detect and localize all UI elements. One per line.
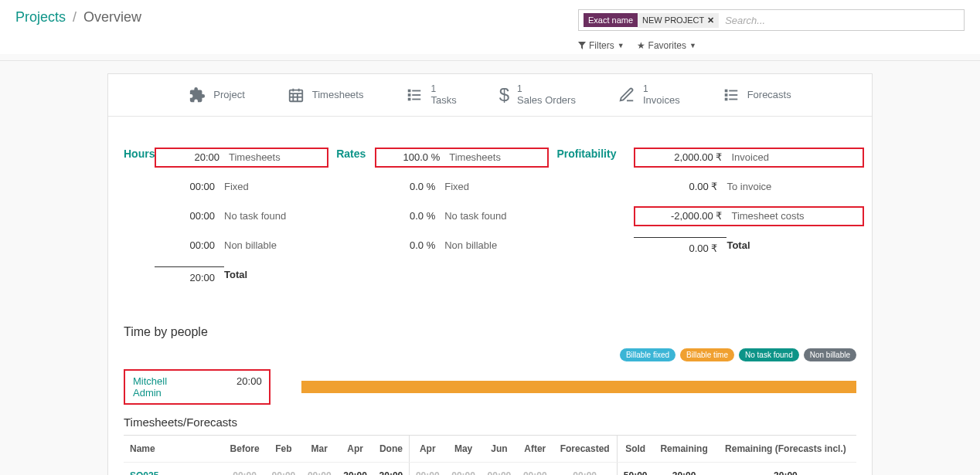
table-cell: 00:00: [517, 462, 553, 475]
table-cell: 00:00: [553, 462, 617, 475]
timesheets-table: NameBeforeFebMarAprDoneAprMayJunAfterFor…: [124, 435, 856, 475]
list-icon: [406, 87, 423, 103]
table-header: May: [445, 435, 481, 462]
search-filter-tag: Exact name NEW PROJECT ✕: [584, 13, 719, 28]
table-header: Done: [373, 435, 410, 462]
edit-icon: [618, 87, 635, 103]
table-cell: 00:00: [445, 462, 481, 475]
table-header: Apr: [410, 435, 446, 462]
breadcrumb-current: Overview: [83, 9, 141, 25]
time-by-people-title: Time by people: [108, 310, 872, 348]
profitability-title: Profitability: [556, 148, 634, 256]
svg-rect-7: [408, 90, 411, 93]
hours-timesheets-row: 20:00Timesheets: [155, 148, 328, 168]
breadcrumb-projects[interactable]: Projects: [15, 9, 66, 25]
table-cell: 00:00: [410, 462, 446, 475]
svg-rect-15: [724, 93, 727, 97]
svg-rect-10: [413, 94, 421, 96]
list-icon: [723, 87, 740, 103]
caret-down-icon: ▼: [618, 42, 624, 49]
rates-timesheets-row: 100.0 %Timesheets: [375, 148, 549, 168]
rates-section: Rates 100.0 %Timesheets 0.0 %Fixed 0.0 %…: [336, 148, 549, 294]
person-bar: [301, 381, 856, 393]
table-header: Mar: [301, 435, 337, 462]
nav-invoices[interactable]: 1Invoices: [618, 83, 680, 107]
table-header: Name: [124, 435, 224, 462]
nav-tasks[interactable]: 1Tasks: [406, 83, 456, 107]
table-cell: 20:00: [373, 462, 410, 475]
table-cell: 20:00: [337, 462, 373, 475]
filter-icon: [578, 42, 586, 49]
hours-title: Hours: [116, 148, 155, 285]
svg-rect-12: [413, 99, 421, 100]
timesheets-forecasts-title: Timesheets/Forecasts: [108, 405, 872, 435]
table-header: Jun: [481, 435, 517, 462]
table-header: Before: [224, 435, 266, 462]
search-box[interactable]: Exact name NEW PROJECT ✕: [578, 9, 965, 31]
rates-title: Rates: [336, 148, 375, 256]
nav-project[interactable]: Project: [189, 83, 244, 107]
favorites-button[interactable]: ★ Favorites ▼: [637, 40, 696, 51]
profit-invoiced-row: 2,000.00 ₹Invoiced: [634, 148, 864, 168]
table-header: Remaining: [653, 435, 715, 462]
profitability-section: Profitability 2,000.00 ₹Invoiced 0.00 ₹T…: [556, 148, 864, 294]
table-cell: 00:00: [266, 462, 301, 475]
badge-billable-fixed: Billable fixed: [620, 348, 675, 361]
table-cell: 00:00: [481, 462, 517, 475]
table-header: Sold: [617, 435, 653, 462]
table-cell: 00:00: [224, 462, 266, 475]
svg-rect-16: [729, 94, 737, 96]
breadcrumb: Projects / Overview: [15, 9, 141, 25]
svg-rect-13: [724, 90, 727, 93]
puzzle-icon: [189, 87, 206, 103]
person-link[interactable]: Mitchell Admin: [133, 375, 167, 399]
nav-sales-orders[interactable]: $ 1Sales Orders: [499, 83, 576, 107]
nav-timesheets[interactable]: Timesheets: [288, 83, 364, 107]
star-icon: ★: [637, 40, 645, 51]
badge-no-task: No task found: [739, 348, 799, 361]
svg-rect-17: [724, 98, 727, 101]
svg-rect-11: [408, 98, 411, 101]
person-hours: 20:00: [236, 375, 262, 399]
table-header: Apr: [337, 435, 373, 462]
table-header: After: [517, 435, 553, 462]
table-cell: 50:00: [617, 462, 653, 475]
badge-billable-time: Billable time: [680, 348, 734, 361]
calendar-icon: [288, 87, 305, 103]
dollar-icon: $: [499, 84, 509, 106]
svg-rect-0: [290, 90, 303, 102]
svg-rect-14: [729, 90, 737, 92]
filters-button[interactable]: Filters ▼: [578, 40, 624, 51]
row-link[interactable]: SO025: [124, 462, 224, 475]
table-row: SO02500:0000:0000:0020:0020:0000:0000:00…: [124, 462, 856, 475]
svg-rect-9: [408, 93, 411, 97]
table-cell: 30:00: [715, 462, 856, 475]
nav-forecasts[interactable]: Forecasts: [723, 83, 791, 107]
table-cell: 00:00: [301, 462, 337, 475]
table-header: Forecasted: [553, 435, 617, 462]
caret-down-icon: ▼: [689, 42, 696, 49]
person-row: Mitchell Admin 20:00: [124, 369, 271, 405]
profit-costs-row: -2,000.00 ₹Timesheet costs: [634, 206, 864, 226]
search-input[interactable]: [725, 15, 959, 26]
remove-filter-icon[interactable]: ✕: [707, 15, 714, 25]
table-header: Feb: [266, 435, 301, 462]
svg-rect-8: [413, 90, 421, 92]
hours-section: Hours 20:00Timesheets 00:00Fixed 00:00No…: [116, 148, 328, 294]
table-cell: 30:00: [653, 462, 715, 475]
table-header: Remaining (Forecasts incl.): [715, 435, 856, 462]
badge-non-billable: Non billable: [804, 348, 856, 361]
svg-rect-18: [729, 99, 737, 100]
